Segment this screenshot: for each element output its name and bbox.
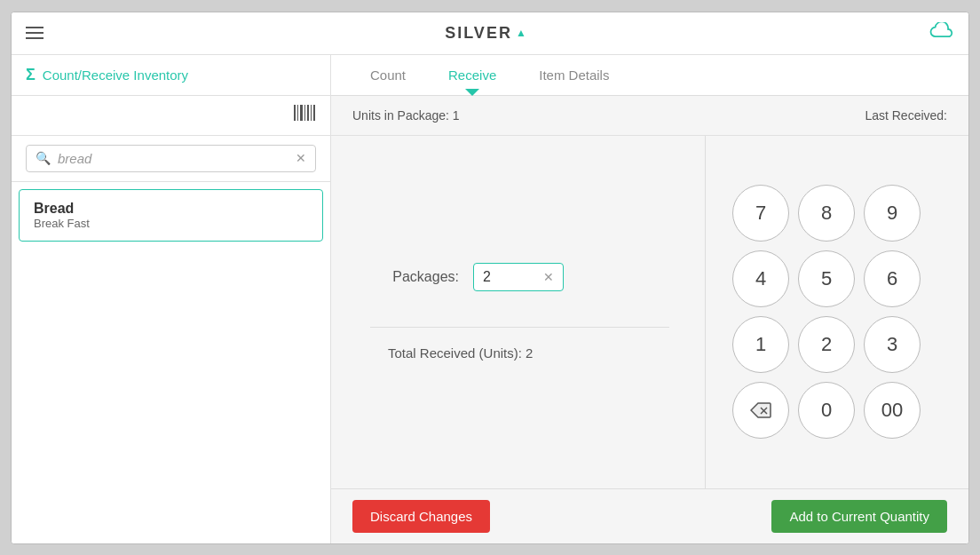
units-in-package: Units in Package: 1 (352, 108, 460, 123)
num-1-button[interactable]: 1 (732, 316, 789, 373)
svg-rect-3 (304, 105, 305, 121)
app-name: SILVER (445, 24, 512, 43)
search-clear-icon[interactable]: ✕ (296, 151, 306, 165)
item-list: Bread Break Fast (12, 182, 330, 543)
num-5-button[interactable]: 5 (798, 250, 855, 307)
bottom-bar: Discard Changes Add to Current Quantity (331, 488, 968, 543)
num-3-button[interactable]: 3 (864, 316, 921, 373)
numpad-section: 7 8 9 4 5 6 1 2 3 (706, 136, 947, 488)
sidebar-title: Count/Receive Inventory (43, 67, 188, 83)
sidebar-toolbar (12, 96, 330, 136)
sigma-icon: Σ (26, 66, 36, 84)
search-container: 🔍 ✕ (12, 136, 330, 182)
cloud-icon (929, 22, 954, 44)
num-0-button[interactable]: 0 (798, 382, 855, 439)
num-9-button[interactable]: 9 (864, 185, 921, 242)
form-divider (370, 327, 669, 328)
num-7-button[interactable]: 7 (732, 185, 789, 242)
last-received: Last Received: (865, 108, 947, 123)
item-name: Bread (34, 201, 308, 217)
discard-changes-button[interactable]: Discard Changes (352, 500, 490, 533)
packages-row: Packages: ✕ (370, 263, 669, 291)
svg-rect-1 (297, 105, 298, 121)
num-4-button[interactable]: 4 (732, 250, 789, 307)
packages-input-wrapper: ✕ (473, 263, 564, 291)
barcode-icon[interactable] (293, 103, 316, 128)
title-caret: ▲ (516, 27, 528, 39)
item-sub: Break Fast (34, 217, 308, 230)
tab-item-details[interactable]: Item Details (518, 55, 630, 95)
receive-body: Packages: ✕ Total Received (Units): 2 (331, 136, 968, 488)
list-item[interactable]: Bread Break Fast (19, 189, 323, 242)
top-bar: SILVER ▲ (12, 12, 968, 55)
info-bar: Units in Package: 1 Last Received: (331, 96, 968, 136)
tab-receive[interactable]: Receive (427, 55, 518, 95)
right-panel: Count Receive Item Details Units in Pack… (331, 55, 968, 543)
add-to-current-quantity-button[interactable]: Add to Current Quantity (771, 500, 947, 533)
hamburger-menu[interactable] (26, 27, 43, 39)
packages-input[interactable] (483, 269, 536, 285)
search-icon: 🔍 (36, 151, 51, 165)
search-input[interactable] (58, 151, 288, 166)
num-2-button[interactable]: 2 (798, 316, 855, 373)
num-6-button[interactable]: 6 (864, 250, 921, 307)
packages-label: Packages: (370, 269, 459, 285)
app-title: SILVER ▲ (445, 24, 528, 43)
svg-rect-4 (307, 105, 309, 121)
sidebar-header: Σ Count/Receive Inventory (12, 55, 330, 96)
search-box: 🔍 ✕ (26, 145, 316, 172)
svg-rect-0 (294, 105, 296, 121)
svg-rect-6 (313, 105, 315, 121)
tabs: Count Receive Item Details (331, 55, 968, 96)
form-section: Packages: ✕ Total Received (Units): 2 (352, 136, 706, 488)
svg-rect-2 (300, 105, 303, 121)
main-content: Σ Count/Receive Inventory (12, 55, 968, 543)
num-00-button[interactable]: 00 (864, 382, 921, 439)
app-window: SILVER ▲ Σ Count/Receive Inventory (11, 12, 969, 544)
svg-rect-5 (311, 105, 312, 121)
total-row: Total Received (Units): 2 (370, 345, 669, 361)
num-8-button[interactable]: 8 (798, 185, 855, 242)
backspace-button[interactable] (732, 382, 789, 439)
total-received: Total Received (Units): 2 (388, 345, 533, 361)
packages-clear-icon[interactable]: ✕ (543, 270, 554, 284)
tab-count[interactable]: Count (349, 55, 427, 95)
sidebar: Σ Count/Receive Inventory (12, 55, 331, 543)
numpad-grid: 7 8 9 4 5 6 1 2 3 (732, 185, 921, 439)
